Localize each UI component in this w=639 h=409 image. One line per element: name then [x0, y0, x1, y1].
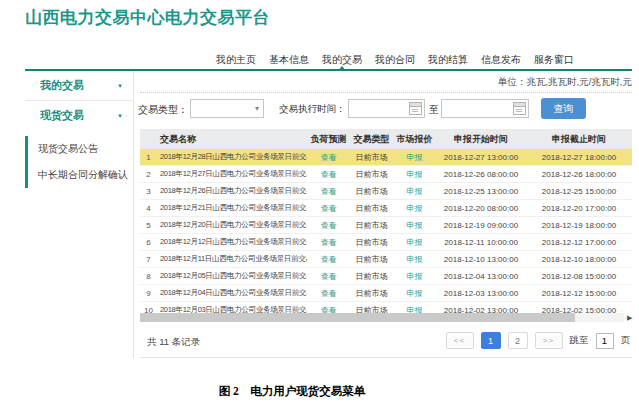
view-link[interactable]: 查看 — [307, 288, 350, 299]
market-type: 日前市场 — [350, 203, 393, 214]
page-title: 山西电力交易中心电力交易平台 — [25, 6, 270, 29]
row-index: 1 — [140, 153, 157, 162]
table-row[interactable]: 42018年12月21日山西电力公司业务场景日前交易查看日前市场申报2018-1… — [140, 200, 632, 217]
declare-link[interactable]: 申报 — [393, 237, 436, 248]
declare-end-time: 2018-12-12 17:00:00 — [526, 238, 632, 247]
column-header: 交易名称 — [157, 133, 307, 146]
declare-link[interactable]: 申报 — [393, 203, 436, 214]
market-type: 日前市场 — [350, 169, 393, 180]
view-link[interactable]: 查看 — [307, 220, 350, 231]
declare-link[interactable]: 申报 — [393, 169, 436, 180]
exec-time-to-input[interactable] — [441, 99, 529, 118]
pagination-pages: 12 — [481, 332, 528, 349]
table-row[interactable]: 32018年12月26日山西电力公司业务场景日前交易查看日前市场申报2018-1… — [140, 183, 632, 200]
table-row[interactable]: 12018年12月28日山西电力公司业务场景日前交易查看日前市场申报2018-1… — [140, 149, 632, 166]
scrollbar-thumb[interactable] — [140, 313, 575, 322]
declare-end-time: 2018-12-27 18:00:00 — [526, 153, 632, 162]
market-type: 日前市场 — [350, 237, 393, 248]
column-header: 负荷预测 — [307, 133, 350, 146]
declare-start-time: 2018-12-26 08:00:00 — [436, 170, 526, 179]
market-type: 日前市场 — [350, 186, 393, 197]
sidebar-group-label: 我的交易 — [40, 78, 84, 93]
view-link[interactable]: 查看 — [307, 169, 350, 180]
declare-start-time: 2018-12-27 13:00:00 — [436, 153, 526, 162]
declare-end-time: 2018-12-12 15:00:00 — [526, 289, 632, 298]
declare-start-time: 2018-12-03 13:00:00 — [436, 289, 526, 298]
column-header: 申报开始时间 — [436, 133, 526, 146]
calendar-icon — [409, 102, 422, 115]
sidebar-group-label: 现货交易 — [40, 108, 84, 123]
market-type: 日前市场 — [350, 271, 393, 282]
declare-link[interactable]: 申报 — [393, 288, 436, 299]
row-index: 2 — [140, 170, 157, 179]
declare-link[interactable]: 申报 — [393, 186, 436, 197]
declare-end-time: 2018-12-20 17:00:00 — [526, 204, 632, 213]
trade-name: 2018年12月20日山西电力公司业务场景日前交易 — [157, 220, 307, 230]
search-button[interactable]: 查询 — [541, 98, 586, 119]
sidebar-submenu: 现货交易公告 中长期合同分解确认 — [25, 136, 133, 188]
declare-link[interactable]: 申报 — [393, 152, 436, 163]
declare-link[interactable]: 申报 — [393, 271, 436, 282]
table-row[interactable]: 82018年12月05日山西电力公司业务场景日前交易查看日前市场申报2018-1… — [140, 268, 632, 285]
row-index: 7 — [140, 255, 157, 264]
trade-name: 2018年12月12日山西电力公司业务场景日前交易 — [157, 237, 307, 247]
table-row[interactable]: 62018年12月12日山西电力公司业务场景日前交易查看日前市场申报2018-1… — [140, 234, 632, 251]
trade-type-select[interactable]: ▾ — [190, 99, 264, 118]
sidebar-item-contract-decomposition[interactable]: 中长期合同分解确认 — [28, 162, 133, 188]
exec-time-label: 交易执行时间： — [279, 103, 346, 116]
jump-page-input[interactable] — [596, 333, 614, 349]
table-footer: 共 11 条记录 << 12 >> 跳至 页 — [140, 326, 632, 358]
row-index: 4 — [140, 204, 157, 213]
chevron-down-icon: ▼ — [117, 83, 123, 89]
declare-link[interactable]: 申报 — [393, 254, 436, 265]
trade-name: 2018年12月21日山西电力公司业务场景日前交易 — [157, 203, 307, 213]
table-row[interactable]: 22018年12月27日山西电力公司业务场景日前交易查看日前市场申报2018-1… — [140, 166, 632, 183]
view-link[interactable]: 查看 — [307, 152, 350, 163]
sidebar-item-spot-announcement[interactable]: 现货交易公告 — [28, 136, 133, 162]
declare-start-time: 2018-12-20 08:00:00 — [436, 204, 526, 213]
row-index: 8 — [140, 272, 157, 281]
range-separator: 至 — [429, 103, 439, 117]
declare-end-time: 2018-12-26 18:00:00 — [526, 170, 632, 179]
view-link[interactable]: 查看 — [307, 237, 350, 248]
view-link[interactable]: 查看 — [307, 203, 350, 214]
calendar-icon — [513, 102, 526, 115]
sidebar: 我的交易 ▼ 现货交易 ▼ 现货交易公告 中长期合同分解确认 — [25, 71, 134, 358]
next-page-button[interactable]: >> — [535, 332, 563, 349]
column-header: 交易类型 — [350, 133, 393, 146]
jump-to-label: 跳至 — [570, 334, 589, 347]
table-row[interactable]: 52018年12月20日山西电力公司业务场景日前交易查看日前市场申报2018-1… — [140, 217, 632, 234]
view-link[interactable]: 查看 — [307, 271, 350, 282]
page-button[interactable]: 2 — [508, 332, 528, 349]
table-row[interactable]: 92018年12月04日山西电力公司业务场景日前交易查看日前市场申报2018-1… — [140, 285, 632, 302]
sidebar-group-my-trading[interactable]: 我的交易 ▼ — [25, 71, 133, 100]
sidebar-group-spot-trading[interactable]: 现货交易 ▼ — [25, 101, 133, 130]
view-link[interactable]: 查看 — [307, 254, 350, 265]
declare-link[interactable]: 申报 — [393, 220, 436, 231]
table-header-row: 交易名称负荷预测交易类型市场报价申报开始时间申报截止时间 — [140, 129, 632, 149]
page-button[interactable]: 1 — [481, 332, 501, 349]
market-type: 日前市场 — [350, 254, 393, 265]
market-type: 日前市场 — [350, 152, 393, 163]
scroll-right-icon[interactable]: ▶ — [627, 313, 632, 322]
row-index: 5 — [140, 221, 157, 230]
view-link[interactable]: 查看 — [307, 186, 350, 197]
row-index: 3 — [140, 187, 157, 196]
trade-name: 2018年12月05日山西电力公司业务场景日前交易 — [157, 271, 307, 281]
horizontal-scrollbar[interactable] — [140, 313, 624, 322]
pagination: << 12 >> 跳至 页 — [446, 332, 631, 349]
declare-start-time: 2018-12-11 10:00:00 — [436, 238, 526, 247]
market-type: 日前市场 — [350, 288, 393, 299]
prev-page-button[interactable]: << — [446, 332, 474, 349]
declare-start-time: 2018-12-19 09:00:00 — [436, 221, 526, 230]
figure-caption: 图 2 电力用户现货交易菜单 — [0, 384, 584, 399]
row-index: 9 — [140, 289, 157, 298]
trade-name: 2018年12月27日山西电力公司业务场景日前交易 — [157, 169, 307, 179]
trade-table: 交易名称负荷预测交易类型市场报价申报开始时间申报截止时间 12018年12月28… — [140, 129, 632, 319]
column-header: 申报截止时间 — [526, 133, 632, 146]
table-row[interactable]: 72018年12月11日山西电力公司业务场景日前交易查看日前市场申报2018-1… — [140, 251, 632, 268]
trade-name: 2018年12月11日山西电力公司业务场景日前交易 — [157, 254, 307, 264]
exec-time-from-input[interactable] — [348, 99, 425, 118]
declare-end-time: 2018-12-25 15:00:00 — [526, 187, 632, 196]
unit-note: 单位：兆瓦,兆瓦时,元/兆瓦时,元 — [498, 76, 632, 89]
